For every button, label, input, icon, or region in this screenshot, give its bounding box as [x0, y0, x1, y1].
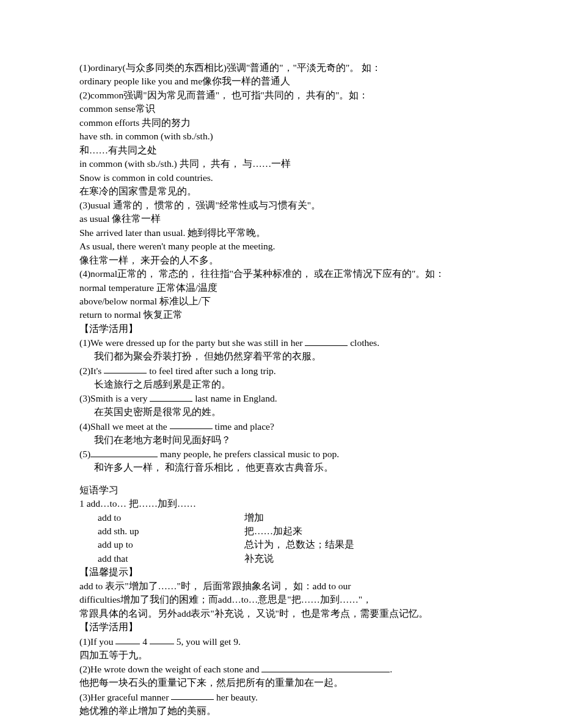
- section-heading: 【温馨提示】: [79, 565, 483, 579]
- phrase-term: add to: [79, 511, 244, 524]
- translation-line: 她优雅的举止增加了她的美丽。: [79, 704, 483, 718]
- exercise-text: (1)If you: [79, 636, 115, 646]
- text-line: 像往常一样， 来开会的人不多。: [79, 254, 483, 267]
- text-line: 常跟具体的名词。另外add表示"补充说， 又说"时， 也是常考点，需要重点记忆。: [79, 607, 483, 620]
- section-heading: 【活学活用】: [79, 620, 483, 634]
- text-line: add to 表示"增加了……"时， 后面常跟抽象名词， 如：add to ou…: [79, 579, 483, 593]
- exercise-text: (5): [79, 449, 90, 459]
- exercise-text: (1)We were dressed up for the party but …: [79, 337, 305, 348]
- fill-blank[interactable]: [150, 391, 192, 402]
- exercise-text: (3)Her graceful manner: [79, 691, 171, 702]
- text-line: (4)normal正常的， 常态的， 往往指"合乎某种标准的， 或在正常情况下应…: [79, 267, 483, 281]
- exercise-item: (3)Her graceful manner her beauty.: [79, 690, 483, 704]
- text-line: (3)usual 通常的， 惯常的， 强调"经常性或与习惯有关"。: [79, 199, 483, 212]
- exercise-item: (5) many people, he prefers classical mu…: [79, 447, 483, 461]
- text-line: (1)ordinary(与众多同类的东西相比)强调"普通的"，"平淡无奇的"。 …: [79, 61, 483, 75]
- fill-blank[interactable]: [90, 447, 158, 457]
- phrase-term: add that: [79, 552, 244, 565]
- text-line: above/below normal 标准以上/下: [79, 295, 483, 308]
- text-line: 在寒冷的国家雪是常见的。: [79, 185, 483, 198]
- fill-blank[interactable]: [261, 662, 390, 672]
- exercise-text: time and place?: [213, 421, 274, 431]
- exercise-text: (2)It's: [79, 365, 104, 375]
- text-line: Snow is common in cold countries.: [79, 171, 483, 185]
- text-line: She arrived later than usual. 她到得比平常晚。: [79, 226, 483, 240]
- text-line: difficulties增加了我们的困难；而add…to…意思是"把……加到………: [79, 593, 483, 606]
- phrase-item: add sth. up 把……加起来: [79, 524, 483, 538]
- phrase-item: add up to 总计为， 总数达；结果是: [79, 538, 483, 551]
- fill-blank[interactable]: [171, 690, 214, 700]
- exercise-text: 4: [140, 636, 150, 646]
- text-line: As usual, there weren't many people at t…: [79, 240, 483, 253]
- exercise-text: 5, you will get 9.: [174, 636, 241, 646]
- exercise-text: her beauty.: [214, 691, 258, 702]
- text-line: in common (with sb./sth.) 共同， 共有， 与……一样: [79, 157, 483, 171]
- text-line: (2)common强调"因为常见而普通"， 也可指"共同的， 共有的"。如：: [79, 89, 483, 102]
- exercise-text: (3)Smith is a very: [79, 393, 150, 403]
- phrase-meaning: 增加: [244, 511, 264, 524]
- text-line: common efforts 共同的努力: [79, 116, 483, 130]
- translation-line: 四加五等于九。: [79, 649, 483, 662]
- fill-blank[interactable]: [170, 419, 213, 430]
- document-page: (1)ordinary(与众多同类的东西相比)强调"普通的"，"平淡无奇的"。 …: [0, 0, 562, 728]
- text-line: have sth. in common (with sb./sth.): [79, 130, 483, 143]
- translation-line: 我们在老地方老时间见面好吗？: [94, 433, 483, 447]
- text-line: ordinary people like you and me像你我一样的普通人: [79, 75, 483, 88]
- exercise-text: .: [390, 664, 392, 674]
- exercise-text: (2)He wrote down the weight of each ston…: [79, 664, 261, 674]
- text-line: return to normal 恢复正常: [79, 308, 483, 322]
- exercise-item: (4)Shall we meet at the time and place?: [79, 419, 483, 433]
- exercise-item: (2)He wrote down the weight of each ston…: [79, 662, 483, 676]
- fill-blank[interactable]: [305, 336, 348, 346]
- exercise-item: (3)Smith is a very last name in England.: [79, 391, 483, 405]
- exercise-text: to feel tired after such a long trip.: [147, 365, 276, 375]
- exercise-item: (1)We were dressed up for the party but …: [79, 336, 483, 350]
- phrase-item: add to 增加: [79, 511, 483, 524]
- phrase-meaning: 把……加起来: [244, 524, 302, 538]
- translation-line: 在英国史密斯是很常见的姓。: [94, 405, 483, 419]
- exercise-text: last name in England.: [192, 393, 277, 403]
- phrase-term: add sth. up: [79, 524, 244, 538]
- exercise-item: (1)If you 4 5, you will get 9.: [79, 634, 483, 649]
- section-heading: 短语学习: [79, 483, 483, 497]
- section-heading: 【活学活用】: [79, 322, 483, 336]
- text-line: common sense常识: [79, 102, 483, 116]
- fill-blank[interactable]: [115, 634, 140, 645]
- exercise-text: clothes.: [348, 337, 379, 348]
- translation-line: 和许多人一样， 和流行音乐相比， 他更喜欢古典音乐。: [94, 461, 483, 474]
- text-line: 和……有共同之处: [79, 144, 483, 157]
- phrase-meaning: 补充说: [244, 552, 274, 565]
- translation-line: 我们都为聚会乔装打扮， 但她仍然穿着平常的衣服。: [94, 350, 483, 363]
- text-line: as usual 像往常一样: [79, 212, 483, 226]
- phrase-term: add up to: [79, 538, 244, 551]
- phrase-item: 1 add…to… 把……加到……: [79, 497, 483, 510]
- translation-line: 他把每一块石头的重量记下来，然后把所有的重量加在一起。: [79, 676, 483, 689]
- fill-blank[interactable]: [150, 634, 174, 645]
- fill-blank[interactable]: [104, 364, 147, 374]
- exercise-text: many people, he prefers classical music …: [158, 449, 339, 459]
- text-line: normal temperature 正常体温/温度: [79, 281, 483, 295]
- phrase-meaning: 总计为， 总数达；结果是: [244, 538, 354, 551]
- exercise-item: (2)It's to feel tired after such a long …: [79, 364, 483, 378]
- exercise-text: (4)Shall we meet at the: [79, 421, 170, 431]
- translation-line: 长途旅行之后感到累是正常的。: [94, 378, 483, 391]
- phrase-item: add that 补充说: [79, 552, 483, 565]
